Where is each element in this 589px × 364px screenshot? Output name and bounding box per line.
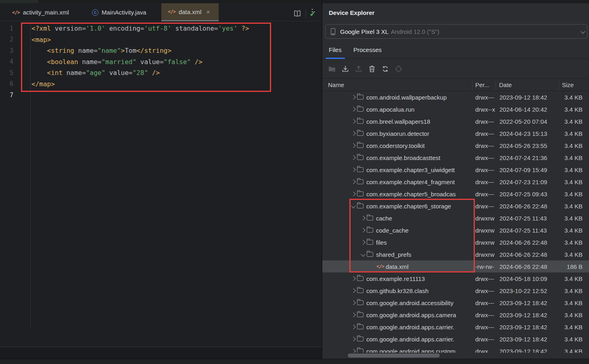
table-row[interactable]: com.google.android.apps.cameradrwx---202… [322,309,589,321]
table-row[interactable]: filesdrwxrw2024-06-26 22:483.4 KB [322,236,589,248]
chevron-right-icon[interactable] [350,108,357,111]
size-cell: 3.4 KB [559,275,589,282]
chevron-right-icon[interactable] [350,180,357,183]
horizontal-scrollbar-thumb[interactable] [348,354,440,358]
table-row[interactable]: com.google.android.apps.carrier.drwx---2… [322,333,589,345]
code-text: <?xml version='1.0' encoding='utf-8' sta… [31,25,249,32]
table-row[interactable]: com.apocalua.rundrwx--x2024-06-14 20:423… [322,103,589,115]
active-tab-underline [326,58,345,59]
chevron-glyph [351,131,355,135]
table-row[interactable]: com.example.broadcasttestdrwx---2024-07-… [322,152,589,164]
chevron-right-icon[interactable] [350,289,357,292]
table-row[interactable]: com.example.chapter5_broadcasdrwx---2024… [322,188,589,200]
date-cell: 2023-09-12 18:42 [496,324,559,331]
table-row[interactable]: com.google.android.apps.customdrwx2023-0… [322,345,589,353]
download-button[interactable] [340,64,350,74]
actions-separator [305,9,306,19]
tab-label: Files [329,46,342,53]
column-separator[interactable] [559,80,559,90]
chevron-right-icon[interactable] [359,216,367,220]
table-row[interactable]: com.example.chapter6_storagedrwx---2024-… [322,200,589,212]
chevron-right-icon[interactable] [350,132,357,135]
tree-indent [322,327,350,327]
table-row[interactable]: code_cachedrwxrw2024-07-25 11:433.4 KB [322,224,589,236]
column-separator[interactable] [472,80,472,90]
table-row[interactable]: com.github.kr328.clashdrwx---2023-10-22 … [322,285,589,297]
date-cell: 2023-09-12 18:42 [496,300,559,306]
column-header-date[interactable]: Date [499,79,512,91]
chevron-right-icon[interactable] [350,96,357,99]
chevron-right-icon[interactable] [359,229,367,232]
tree-indent [322,170,350,170]
file-name-cell: com.google.android.apps.carrier. [322,321,472,333]
device-name: Google Pixel 3 XL [340,28,388,35]
tab-files[interactable]: Files [329,40,342,59]
chevron-right-icon[interactable] [350,144,357,147]
column-header-name[interactable]: Name [328,79,344,91]
column-header-size[interactable]: Size [562,79,574,91]
table-row[interactable]: cachedrwxrw2024-07-25 11:433.4 KB [322,212,589,224]
chevron-right-icon[interactable] [350,156,357,159]
code-text: <boolean name="married" value="false" /> [31,58,203,66]
table-row[interactable]: shared_prefsdrwxrw2024-06-26 22:483.4 KB [322,248,589,260]
file-name-cell: com.google.android.apps.custom [322,345,472,353]
chevron-down-icon[interactable] [359,253,367,256]
reader-mode-book-icon[interactable] [293,9,302,18]
panel-title: Device Explorer [329,9,374,16]
editor-tab-data-xml[interactable]: </>data.xml× [161,3,219,21]
code-token: value= [105,69,132,77]
sync-button[interactable] [380,64,390,74]
chevron-glyph [351,167,355,172]
chevron-glyph [351,312,355,317]
table-row[interactable]: com.android.wallpaperbackupdrwx---2023-0… [322,91,589,103]
tree-indent [322,194,350,194]
table-row[interactable]: com.example.chapter4_fragmentdrwx---2024… [322,176,589,188]
size-cell: 3.4 KB [559,179,589,185]
chevron-right-icon[interactable] [350,168,357,171]
delete-button[interactable] [367,64,377,74]
chevron-right-icon[interactable] [350,301,357,304]
column-separator[interactable] [495,80,496,90]
table-row[interactable]: com.example.re11113drwx---2024-05-18 10:… [322,272,589,285]
chevron-down-icon[interactable] [350,204,357,208]
code-editor[interactable]: 1<?xml version='1.0' encoding='utf-8' st… [0,21,322,329]
ide-window: </>activity_main.xmlCMainActivity.java</… [0,0,589,364]
close-icon[interactable]: × [206,8,210,15]
tab-processes[interactable]: Processes [353,40,382,59]
table-column-header[interactable]: NamePer...DateSize [322,79,589,91]
upload-button[interactable] [354,64,363,74]
code-token: ?> [238,25,249,32]
device-selector-dropdown[interactable]: Google Pixel 3 XL Android 12.0 ("S") [325,24,587,39]
goto-button[interactable] [394,64,403,74]
chevron-right-icon[interactable] [350,120,357,123]
file-name: files [376,239,387,246]
code-token: '1.0' [86,25,105,32]
chevron-glyph [351,300,355,305]
ide-bottom-strip [0,359,589,364]
table-row[interactable]: com.google.android.apps.carrier.drwx---2… [322,321,589,333]
chevron-right-icon[interactable] [359,241,367,244]
file-name-cell: com.example.broadcasttest [322,152,472,164]
code-line: 6</map> [0,79,322,90]
column-header-per[interactable]: Per... [475,79,489,91]
table-row[interactable]: com.example.chapter3_uiwidgettdrwx---202… [322,164,589,176]
chevron-right-icon[interactable] [350,349,357,353]
table-row[interactable]: com.google.android.accessibilitydrwx---2… [322,297,589,309]
chevron-right-icon[interactable] [350,313,357,316]
chevron-right-icon[interactable] [350,277,357,280]
file-name-cell: com.apocalua.run [322,103,472,115]
editor-tab-activity_main-xml[interactable]: </>activity_main.xml [6,3,75,21]
table-row[interactable]: com.byxiaorun.detectordrwx---2024-04-23 … [322,127,589,139]
table-row[interactable]: </>data.xml-rw-rw-2024-06-26 22:48186 B [322,260,589,272]
table-row[interactable]: com.coderstory.toolkitdrwx---2024-05-26 … [322,139,589,152]
table-row[interactable]: com.breel.wallpapers18drwx---2022-05-20 … [322,115,589,127]
chevron-right-icon[interactable] [350,337,357,341]
editor-tab-MainActivity-java[interactable]: CMainActivity.java [86,3,154,21]
chevron-right-icon[interactable] [350,325,357,329]
inspection-ok-check-icon[interactable]: ✓ [309,9,316,19]
folder-icon [357,155,363,160]
chevron-right-icon[interactable] [350,192,357,196]
new-folder-button[interactable] [327,64,337,74]
horizontal-scrollbar-track[interactable] [322,353,589,359]
permissions-cell: drwx--- [472,312,496,318]
